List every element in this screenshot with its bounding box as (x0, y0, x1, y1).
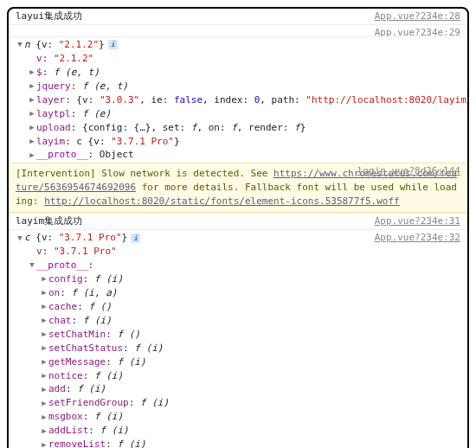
tree-node[interactable]: v: "3.7.1 Pro" (16, 245, 460, 259)
twisty-closed-icon[interactable]: ▶ (40, 287, 48, 298)
tree-node[interactable]: ▶add: f (i) (16, 382, 460, 396)
twisty-closed-icon[interactable]: ▶ (40, 370, 48, 381)
twisty-closed-icon[interactable]: ▶ (28, 94, 36, 106)
twisty-closed-icon[interactable]: ▶ (40, 412, 48, 423)
twisty-closed-icon[interactable]: ▶ (40, 315, 48, 326)
twisty-closed-icon[interactable]: ▶ (28, 80, 36, 92)
warning-link[interactable]: http://localhost:8020/static/fonts/eleme… (44, 195, 400, 207)
tree-node[interactable]: ▶cache: f () (16, 300, 460, 314)
console-log-row: App.vue?234e:29 (9, 24, 467, 36)
prop-value: f (i) (100, 425, 129, 436)
prop-key: __proto__ (36, 149, 88, 160)
prop-key: cache (48, 301, 77, 312)
prop-key: jquery (36, 80, 71, 92)
prop-key: msgbox (48, 411, 83, 422)
prop-key: removeList (48, 438, 106, 448)
prop-value: "2.1.2" (54, 53, 93, 64)
prop-value: f (i) (117, 356, 145, 368)
tree-node[interactable]: ▶setChatStatus: f (i) (16, 342, 460, 355)
source-link[interactable]: login.vue?8d26:144 (357, 164, 460, 178)
twisty-open-icon[interactable]: ▼ (28, 259, 36, 271)
console-object-row: App.vue?234e:32▼c {v: "3.7.1 Pro"}iv: "3… (9, 229, 467, 448)
tree-node[interactable]: ▶getMessage: f (i) (16, 355, 460, 369)
prop-key: v (36, 53, 42, 64)
prop-value: f (e, t) (54, 67, 100, 78)
prop-key: getMessage (48, 356, 106, 368)
info-icon[interactable]: i (108, 40, 118, 49)
prop-value: Object (100, 149, 134, 160)
twisty-closed-icon[interactable]: ▶ (28, 67, 36, 78)
tree-node[interactable]: ▶layim: c {v: "3.7.1 Pro"} (16, 135, 460, 149)
tree-node[interactable]: ▶addList: f (i) (16, 424, 460, 438)
tree-node[interactable]: ▶$: f (e, t) (16, 66, 460, 80)
prop-key: $ (36, 67, 42, 78)
twisty-closed-icon[interactable]: ▶ (40, 426, 48, 437)
prop-value: f (i) (94, 370, 123, 381)
prop-key: addList (48, 425, 88, 436)
twisty-closed-icon[interactable]: ▶ (28, 122, 36, 133)
twisty-closed-icon[interactable]: ▶ (40, 329, 48, 340)
tree-node[interactable]: ▶layer: {v: "3.0.3", ie: false, index: 0… (16, 93, 460, 107)
twisty-open-icon[interactable]: ▼ (16, 233, 24, 244)
prop-value: "3.7.1 Pro" (54, 246, 117, 257)
tree-node[interactable]: ▼__proto__: (16, 259, 460, 272)
prop-value: f (i) (94, 273, 123, 285)
prop-value: f (i, a) (72, 287, 118, 298)
prop-value: f (i) (140, 397, 169, 408)
tree-summary[interactable]: ▼n {v: "2.1.2"}i (16, 38, 460, 52)
prop-key: on (48, 287, 60, 298)
prop-value: f (e) (82, 108, 111, 119)
twisty-closed-icon[interactable]: ▶ (40, 384, 48, 395)
twisty-closed-icon[interactable]: ▶ (40, 273, 48, 285)
tree-node[interactable]: ▶on: f (i, a) (16, 286, 460, 300)
twisty-closed-icon[interactable]: ▶ (28, 136, 36, 147)
tree-node[interactable]: ▶config: f (i) (16, 272, 460, 286)
obj-constructor: n (24, 39, 35, 50)
tree-node[interactable]: ▶chat: f (i) (16, 314, 460, 328)
tree-node[interactable]: ▶msgbox: f (i) (16, 410, 460, 424)
tree-node[interactable]: ▶notice: f (i) (16, 369, 460, 383)
tree-node[interactable]: ▶__proto__: Object (16, 148, 460, 162)
tree-node[interactable]: ▶upload: {config: {…}, set: f, on: f, re… (16, 121, 460, 135)
prop-key: __proto__ (36, 259, 88, 271)
twisty-closed-icon[interactable]: ▶ (28, 150, 36, 161)
prop-key: setFriendGroup (48, 397, 129, 408)
prop-value: f (i) (77, 383, 106, 394)
source-link[interactable]: App.vue?234e:31 (375, 214, 460, 228)
prop-value: f (i) (134, 342, 163, 354)
tree-node[interactable]: v: "2.1.2" (16, 52, 460, 66)
twisty-closed-icon[interactable]: ▶ (40, 398, 48, 409)
prop-key: notice (48, 370, 83, 381)
console-log-row: App.vue?234e:28layui集成成功 (9, 9, 467, 24)
prop-value: f (i) (83, 315, 112, 326)
source-link[interactable]: App.vue?234e:32 (375, 231, 460, 245)
console-log-row: App.vue?234e:31layim集成成功 (9, 213, 467, 229)
tree-node[interactable]: ▶setChatMin: f () (16, 328, 460, 342)
tree-node[interactable]: ▶removeList: f (i) (16, 438, 460, 448)
prop-key: add (48, 383, 66, 394)
prop-key: v (36, 246, 42, 257)
obj-constructor: c (24, 232, 35, 243)
prop-value: f (i) (117, 438, 145, 448)
source-link[interactable]: App.vue?234e:28 (375, 10, 460, 23)
twisty-closed-icon[interactable]: ▶ (40, 439, 48, 448)
info-icon[interactable]: i (131, 234, 140, 243)
tree-node[interactable]: ▶setFriendGroup: f (i) (16, 396, 460, 410)
console-warning-row: login.vue?8d26:144[Intervention] Slow ne… (9, 163, 467, 213)
prop-value: f (i) (94, 411, 123, 422)
twisty-closed-icon[interactable]: ▶ (28, 108, 36, 119)
prop-value: f () (117, 329, 140, 340)
tree-node[interactable]: ▶laytpl: f (e) (16, 107, 460, 121)
tree-node[interactable]: ▶jquery: f (e, t) (16, 80, 460, 93)
console-object-row: ▼n {v: "2.1.2"}iv: "2.1.2"▶$: f (e, t)▶j… (9, 36, 467, 163)
console-panel: App.vue?234e:28layui集成成功App.vue?234e:29▼… (7, 7, 469, 448)
twisty-closed-icon[interactable]: ▶ (40, 342, 48, 354)
twisty-open-icon[interactable]: ▼ (16, 39, 24, 50)
prop-key: config (48, 273, 83, 285)
prop-key: setChatMin (48, 329, 106, 340)
warning-text: [Intervention] Slow network is detected.… (16, 168, 273, 179)
twisty-closed-icon[interactable]: ▶ (40, 301, 48, 312)
prop-key: laytpl (36, 108, 71, 119)
twisty-closed-icon[interactable]: ▶ (40, 356, 48, 368)
prop-key: chat (48, 315, 72, 326)
